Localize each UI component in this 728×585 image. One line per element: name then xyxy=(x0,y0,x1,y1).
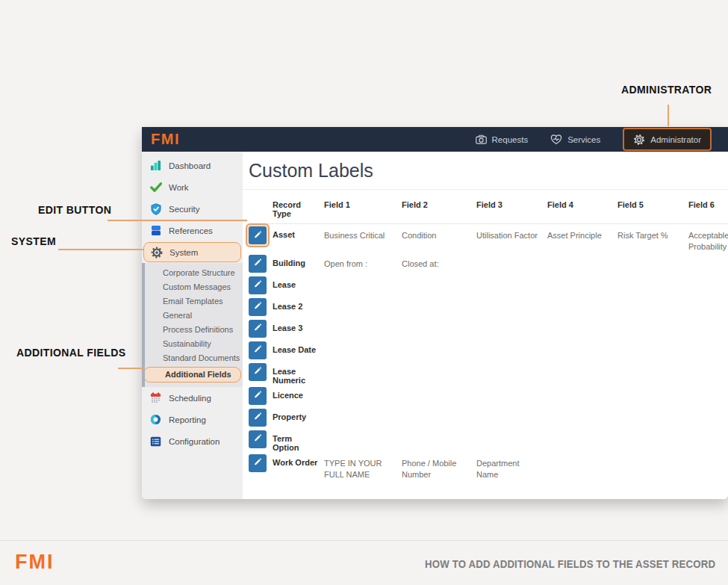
cell-field-2 xyxy=(402,363,476,367)
page-title: Custom Labels xyxy=(243,152,728,190)
gear-icon xyxy=(633,134,645,146)
edit-button[interactable] xyxy=(249,226,267,244)
cell-field-3 xyxy=(476,276,547,280)
footer-caption: HOW TO ADD ADDITIONAL FIELDS TO THE ASSE… xyxy=(425,557,715,570)
cell-field-5 xyxy=(617,430,688,434)
cell-field-3 xyxy=(476,409,547,412)
table-row-lease-numeric: Lease Numeric xyxy=(249,361,728,385)
app-window: FMI RequestsServicesAdministrator Dashbo… xyxy=(142,127,728,499)
header-cell-record-type: Record Type xyxy=(273,200,324,218)
submenu-item-process-definitions[interactable]: Process Definitions xyxy=(142,323,243,337)
cell-record-type: Licence xyxy=(273,387,324,400)
sidebar-item-dashboard[interactable]: Dashboard xyxy=(142,155,243,176)
cell-field-2 xyxy=(402,387,476,391)
cell-field-4 xyxy=(547,363,617,367)
references-icon xyxy=(149,225,162,236)
system-gear-icon xyxy=(150,247,163,259)
cell-record-type: Term Option xyxy=(273,430,324,452)
pencil-icon xyxy=(253,230,262,241)
sidebar-item-work[interactable]: Work xyxy=(142,176,243,198)
sidebar-item-scheduling[interactable]: Scheduling xyxy=(142,387,243,409)
sidebar: DashboardWorkSecurityReferencesSystemCor… xyxy=(142,152,243,499)
edit-cell xyxy=(249,363,273,381)
cell-field-1 xyxy=(324,409,402,412)
cell-record-type: Lease 2 xyxy=(273,298,324,311)
cell-record-type: Building xyxy=(273,255,324,267)
camera-icon xyxy=(476,134,487,144)
cell-field-6 xyxy=(688,298,728,302)
sidebar-item-system[interactable]: System xyxy=(143,242,241,262)
sidebar-item-configuration[interactable]: Configuration xyxy=(142,430,243,452)
edit-button[interactable] xyxy=(249,276,267,294)
cell-record-type: Work Order xyxy=(273,454,324,467)
submenu-item-general[interactable]: General xyxy=(142,309,243,323)
edit-button[interactable] xyxy=(249,341,267,359)
edit-cell xyxy=(249,454,273,472)
cell-field-3 xyxy=(476,387,547,391)
cell-field-2 xyxy=(402,276,476,280)
reporting-donut-icon xyxy=(149,414,162,425)
cell-field-4 xyxy=(547,409,617,412)
annotation-additional-fields: ADDITIONAL FIELDS xyxy=(16,347,126,359)
edit-button[interactable] xyxy=(249,298,267,316)
pencil-icon xyxy=(253,301,262,312)
edit-cell xyxy=(249,430,273,448)
nav-label: Administrator xyxy=(650,135,701,144)
cell-field-5 xyxy=(617,409,688,412)
cell-field-4 xyxy=(547,255,617,259)
edit-button[interactable] xyxy=(249,320,267,338)
nav-services[interactable]: Services xyxy=(550,127,600,152)
cell-field-1 xyxy=(324,430,402,434)
cell-record-type: Lease Date xyxy=(273,341,324,354)
cell-field-2 xyxy=(402,320,476,324)
cell-field-4 xyxy=(547,341,617,345)
sidebar-item-references[interactable]: References xyxy=(142,220,243,241)
submenu-item-corporate-structure[interactable]: Corporate Structure xyxy=(142,266,243,280)
sidebar-item-reporting[interactable]: Reporting xyxy=(142,409,243,430)
edit-button[interactable] xyxy=(249,255,267,273)
cell-field-1 xyxy=(324,363,402,367)
submenu-item-sustainability[interactable]: Sustainability xyxy=(142,337,243,351)
cell-field-5 xyxy=(617,298,688,302)
cell-field-5 xyxy=(617,363,688,367)
work-check-icon xyxy=(149,182,162,192)
header-cell-field-3: Field 3 xyxy=(476,200,547,209)
annotation-line-additional-fields xyxy=(118,368,143,369)
edit-cell xyxy=(249,276,273,294)
sidebar-item-label: Security xyxy=(169,205,200,214)
edit-button[interactable] xyxy=(249,409,267,427)
annotation-line-administrator xyxy=(668,105,669,126)
pencil-icon xyxy=(253,433,262,445)
edit-button[interactable] xyxy=(249,454,267,472)
nav-requests[interactable]: Requests xyxy=(476,127,529,152)
sidebar-item-security[interactable]: Security xyxy=(142,198,243,220)
cell-field-3 xyxy=(476,298,547,302)
footer-divider xyxy=(0,540,728,541)
annotation-line-system xyxy=(58,249,144,250)
nav-label: Requests xyxy=(492,135,529,144)
edit-button[interactable] xyxy=(249,363,267,381)
sidebar-item-label: Reporting xyxy=(169,415,206,424)
pencil-icon xyxy=(253,412,262,423)
cell-field-2 xyxy=(402,430,476,434)
dashboard-icon xyxy=(149,160,162,171)
cell-field-1 xyxy=(324,320,402,324)
edit-button[interactable] xyxy=(249,430,267,448)
table-row-asset: AssetBusiness CriticalConditionUtilisati… xyxy=(249,224,728,253)
edit-button[interactable] xyxy=(249,387,267,405)
cell-field-5 xyxy=(617,255,688,259)
table-header-row: Record TypeField 1Field 2Field 3Field 4F… xyxy=(249,196,728,224)
cell-field-4: Asset Principle xyxy=(547,226,617,241)
submenu-item-email-templates[interactable]: Email Templates xyxy=(142,294,243,309)
nav-administrator[interactable]: Administrator xyxy=(623,128,712,151)
annotation-system: SYSTEM xyxy=(11,235,56,247)
cell-field-4 xyxy=(547,430,617,434)
cell-field-1 xyxy=(324,276,402,280)
edit-cell xyxy=(249,255,273,273)
cell-field-5 xyxy=(617,320,688,324)
submenu-item-additional-fields[interactable]: Additional Fields xyxy=(143,367,241,383)
submenu-item-standard-documents[interactable]: Standard Documents xyxy=(142,351,243,365)
calendar-icon xyxy=(149,392,162,403)
fmi-logo: FMI xyxy=(151,130,180,148)
submenu-item-custom-messages[interactable]: Custom Messages xyxy=(142,280,243,294)
